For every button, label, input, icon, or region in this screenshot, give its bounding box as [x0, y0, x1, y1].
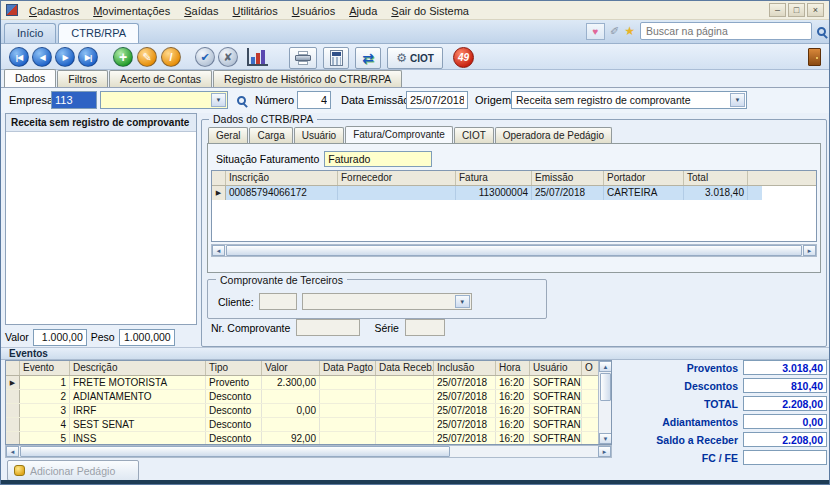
ciot-button[interactable]: ⚙ CIOT — [387, 47, 443, 69]
scrollbar-thumb[interactable] — [600, 373, 611, 401]
menu-cadastros[interactable]: Cadastros — [22, 3, 86, 18]
menu-utilitarios[interactable]: Utilitários — [225, 3, 284, 18]
table-row[interactable]: ▶ 00085794066172 113000004 25/07/2018 CA… — [212, 186, 816, 200]
cell-data-receb — [376, 404, 434, 417]
cell-valor — [262, 418, 320, 431]
table-row[interactable]: 2 ADIANTAMENTO Desconto 25/07/2018 16:20… — [6, 390, 598, 404]
exit-door-icon[interactable] — [808, 48, 821, 66]
maximize-icon[interactable]: □ — [788, 3, 805, 17]
cell-emissao: 25/07/2018 — [532, 186, 604, 200]
close-icon[interactable]: × — [807, 3, 824, 17]
tab-usuario[interactable]: Usuário — [294, 127, 344, 143]
chevron-down-icon[interactable]: ▼ — [211, 93, 226, 107]
row-selector — [6, 418, 20, 431]
first-record-button[interactable]: |◀ — [9, 47, 29, 67]
numero-label: Número — [255, 94, 294, 106]
column-header[interactable]: Valor — [262, 361, 320, 375]
star-icon[interactable]: ★ — [624, 24, 635, 38]
empresa-combo[interactable]: ▼ — [100, 91, 228, 109]
cancel-button[interactable]: / — [161, 47, 181, 67]
column-header[interactable]: Data Pagto — [320, 361, 376, 375]
tab-tools: ♥ ✐ ★ — [586, 22, 826, 43]
transfer-button[interactable]: ⇄ — [355, 47, 381, 69]
edit-button[interactable]: ✎ — [137, 47, 157, 67]
cell-inclusao: 25/07/2018 — [434, 432, 496, 445]
cell-valor: 2.300,00 — [262, 376, 320, 389]
empresa-field[interactable] — [51, 91, 97, 109]
cell-tipo: Desconto — [206, 404, 262, 417]
menu-usuarios[interactable]: Usuários — [285, 3, 342, 18]
scroll-right-icon[interactable]: ► — [598, 446, 611, 457]
menu-sair-do-sistema[interactable]: Sair do Sistema — [384, 3, 476, 18]
favorites-button[interactable]: ♥ — [586, 23, 605, 40]
scroll-right-icon[interactable]: ► — [803, 245, 816, 256]
scrollbar-thumb[interactable] — [20, 446, 450, 457]
column-header[interactable]: Inscrição — [226, 171, 338, 185]
next-record-button[interactable]: ▶ — [55, 47, 75, 67]
tab-ciot[interactable]: CIOT — [454, 127, 494, 143]
print-button[interactable] — [289, 47, 317, 69]
peso-field[interactable] — [119, 329, 175, 346]
discard-button[interactable]: ✘ — [218, 47, 238, 67]
tab-inicio[interactable]: Início — [4, 23, 56, 43]
subtab-acerto-de-contas[interactable]: Acerto de Contas — [109, 70, 212, 87]
scroll-left-icon[interactable]: ◄ — [6, 446, 19, 457]
tab-fatura-comprovante[interactable]: Fatura/Comprovante — [345, 126, 453, 143]
cell-fornecedor — [338, 186, 456, 200]
previous-record-button[interactable]: ◀ — [32, 47, 52, 67]
empresa-search-button[interactable] — [232, 92, 250, 109]
chevron-down-icon[interactable]: ▼ — [730, 93, 745, 107]
fatura-horizontal-scrollbar[interactable]: ◄ ► — [211, 244, 817, 257]
column-header[interactable]: Portador — [604, 171, 684, 185]
eventos-vertical-scrollbar[interactable]: ▲ ▼ — [598, 361, 611, 444]
scroll-left-icon[interactable]: ◄ — [212, 245, 225, 256]
valor-field[interactable] — [33, 329, 87, 346]
minimize-icon[interactable]: – — [769, 3, 786, 17]
table-row[interactable]: 5 INSS Desconto 92,00 25/07/2018 16:20 S… — [6, 432, 598, 445]
chart-button[interactable] — [247, 48, 268, 66]
confirm-button[interactable]: ✔ — [195, 47, 215, 67]
column-header[interactable]: Hora — [496, 361, 530, 375]
subtab-registro-historico[interactable]: Registro de Histórico do CTRB/RPA — [213, 70, 402, 87]
data-emissao-label: Data Emissão — [341, 94, 409, 106]
origem-combo[interactable]: Receita sem registro de comprovante ▼ — [511, 91, 747, 109]
search-input[interactable] — [641, 24, 811, 38]
cliente-code-field — [259, 293, 297, 310]
column-header[interactable]: Data Receb. — [376, 361, 434, 375]
subtab-dados[interactable]: Dados — [4, 69, 56, 87]
adicionar-pedagio-button[interactable]: Adicionar Pedágio — [7, 460, 139, 481]
column-header[interactable]: Total — [684, 171, 748, 185]
calculator-button[interactable] — [323, 47, 349, 69]
column-header[interactable]: Emissão — [532, 171, 604, 185]
data-emissao-field[interactable] — [406, 91, 468, 109]
column-header[interactable]: Evento — [20, 361, 70, 375]
table-row[interactable]: ▶ 1 FRETE MOTORISTA Provento 2.300,00 25… — [6, 376, 598, 390]
last-record-button[interactable]: ▶| — [78, 47, 98, 67]
cell-evento: 3 — [20, 404, 70, 417]
column-header[interactable]: Fornecedor — [338, 171, 456, 185]
valor-label: Valor — [5, 331, 29, 343]
menu-saidas[interactable]: Saídas — [177, 3, 225, 18]
column-header[interactable]: Tipo — [206, 361, 262, 375]
numero-field[interactable] — [297, 91, 331, 109]
tab-ctrb-rpa[interactable]: CTRB/RPA — [58, 23, 139, 43]
menu-movimentacoes[interactable]: Movimentações — [86, 3, 177, 18]
search-icon[interactable] — [817, 27, 826, 36]
eventos-horizontal-scrollbar[interactable]: ◄ ► — [5, 445, 612, 458]
column-header[interactable]: Fatura — [456, 171, 532, 185]
pin-icon[interactable]: ✐ — [610, 25, 619, 38]
column-header[interactable]: Usuário — [530, 361, 582, 375]
table-row[interactable]: 4 SEST SENAT Desconto 25/07/2018 16:20 S… — [6, 418, 598, 432]
tab-carga[interactable]: Carga — [249, 127, 292, 143]
subtab-filtros[interactable]: Filtros — [57, 70, 108, 87]
fc-fe-value — [743, 450, 827, 465]
column-header[interactable]: Inclusão — [434, 361, 496, 375]
menu-ajuda[interactable]: Ajuda — [342, 3, 384, 18]
proventos-label: Proventos — [687, 362, 738, 374]
column-header[interactable]: Descrição — [70, 361, 206, 375]
add-button[interactable]: + — [113, 47, 133, 67]
tab-geral[interactable]: Geral — [208, 127, 248, 143]
scrollbar-thumb[interactable] — [226, 245, 802, 256]
table-row[interactable]: 3 IRRF Desconto 0,00 25/07/2018 16:20 SO… — [6, 404, 598, 418]
tab-operadora-pedagio[interactable]: Operadora de Pedágio — [495, 127, 612, 143]
